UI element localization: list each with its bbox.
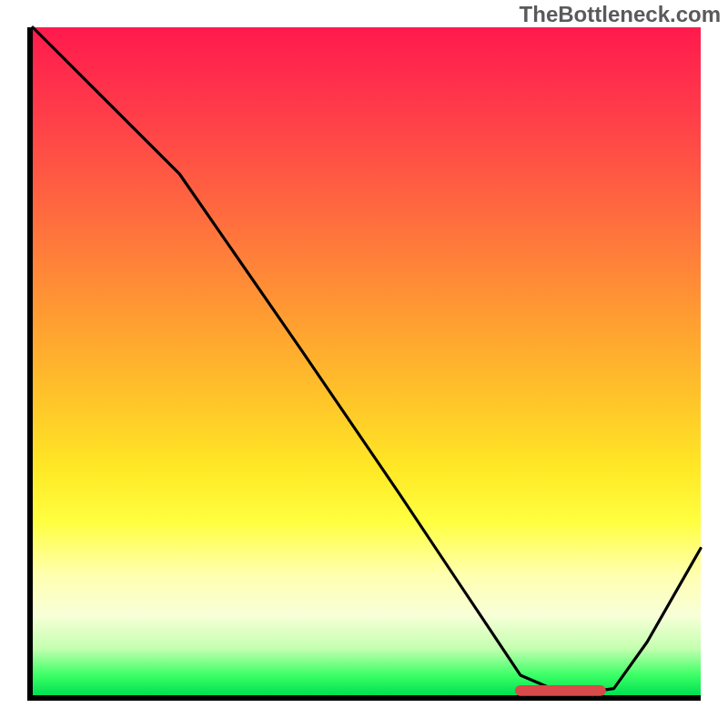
watermark-text: TheBottleneck.com bbox=[520, 2, 721, 27]
chart-container: TheBottleneck.com bbox=[0, 0, 728, 728]
chart-overlay bbox=[33, 27, 701, 695]
plot-area bbox=[27, 27, 701, 701]
bottleneck-curve bbox=[33, 27, 701, 695]
